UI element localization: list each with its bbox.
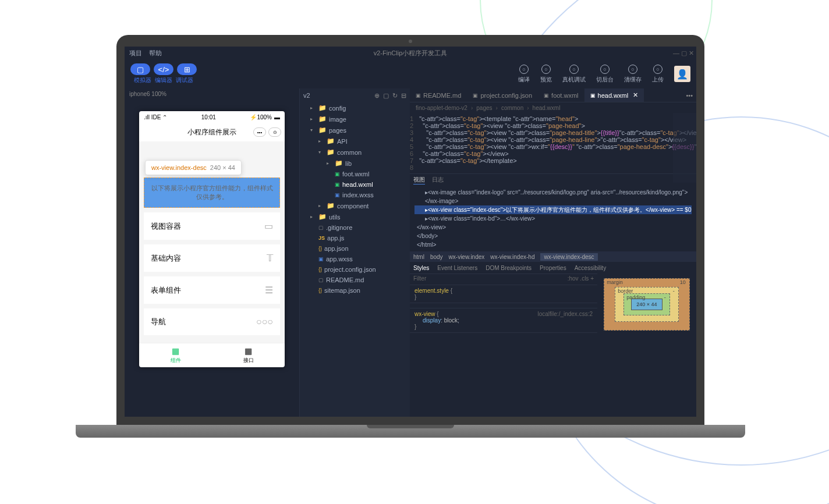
- project-root[interactable]: v2: [303, 92, 310, 99]
- code-editor[interactable]: 12345678 "c-attr">class="c-tag"><templat…: [410, 113, 696, 173]
- tree-node-app.wxss[interactable]: ▣app.wxss: [300, 254, 410, 264]
- css-rule[interactable]: </span><span class="sel">.index-desc</sp…: [410, 303, 597, 308]
- app-window: 项目 帮助 v2-FinClip小程序开发工具 — ▢ ✕ ▢</>⊞ 模拟器编…: [125, 47, 696, 417]
- toolbar: ▢</>⊞ 模拟器编辑器调试器 ○编译○预览○真机调试○切后台○清缓存○上传👤: [125, 59, 696, 88]
- tree-node-config[interactable]: ▸📁config: [300, 102, 410, 113]
- window-title: v2-FinClip小程序开发工具: [374, 49, 448, 58]
- styles-tab-Styles[interactable]: Styles: [413, 265, 429, 271]
- menu-project[interactable]: 项目: [129, 49, 142, 58]
- tree-node-.gitignore[interactable]: ▢.gitignore: [300, 222, 410, 233]
- file-explorer: v2 ⊕ ▢ ↻ ⊟ ▸📁config▸📁image▾📁pages▸📁API▾📁…: [299, 88, 410, 417]
- breadcrumb: fino-applet-demo-v2›pages›common›head.wx…: [410, 102, 696, 113]
- devtools-panel: 视图 日志 ▸<wx-image class="index-logo" src=…: [410, 173, 696, 417]
- action-真机调试[interactable]: ○真机调试: [562, 65, 586, 84]
- css-rule[interactable]: element.style {}: [410, 285, 597, 303]
- tree-node-utils[interactable]: ▸📁utils: [300, 211, 410, 222]
- list-item[interactable]: 基础内容𝕋: [144, 244, 280, 272]
- phone-battery: ⚡100%▬: [250, 114, 280, 120]
- mode-调试器[interactable]: ⊞: [177, 63, 197, 75]
- action-编译[interactable]: ○编译: [518, 65, 530, 84]
- tree-node-component[interactable]: ▸📁component: [300, 200, 410, 211]
- action-切后台[interactable]: ○切后台: [596, 65, 614, 84]
- tree-node-app.json[interactable]: {}app.json: [300, 243, 410, 254]
- phone-carrier: .ıll IDE ⌃: [144, 114, 167, 120]
- menu-help[interactable]: 帮助: [149, 49, 162, 58]
- phone-time: 10:01: [201, 114, 216, 120]
- tree-node-project.config.json[interactable]: {}project.config.json: [300, 264, 410, 275]
- tree-node-pages[interactable]: ▾📁pages: [300, 125, 410, 136]
- tree-node-lib[interactable]: ▸📁lib: [300, 158, 410, 169]
- styles-tab-Properties[interactable]: Properties: [540, 265, 566, 271]
- mode-编辑器[interactable]: </>: [154, 63, 173, 75]
- close-icon[interactable]: ✕: [633, 91, 638, 99]
- list-item[interactable]: 导航○○○: [144, 308, 280, 335]
- highlighted-element[interactable]: 以下将展示小程序官方组件能力，组件样式仅供参考。: [144, 178, 280, 208]
- editor-tab-project.config.json[interactable]: ▣project.config.json: [467, 88, 538, 102]
- phone-menu-icon[interactable]: •••: [253, 127, 266, 137]
- devtools-tab-view[interactable]: 视图: [413, 176, 425, 184]
- tree-node-image[interactable]: ▸📁image: [300, 113, 410, 125]
- tree-node-index.wxss[interactable]: ▣index.wxss: [300, 190, 410, 200]
- minimap[interactable]: [673, 113, 696, 183]
- list-item[interactable]: 表单组件☰: [144, 276, 280, 304]
- editor-tab-README.md[interactable]: ▣README.md: [410, 88, 467, 102]
- tree-node-sitemap.json[interactable]: {}sitemap.json: [300, 285, 410, 296]
- mode-模拟器[interactable]: ▢: [130, 63, 150, 75]
- box-model-content: 240 × 44: [631, 299, 662, 310]
- styles-tab-Event Listeners[interactable]: Event Listeners: [437, 265, 477, 271]
- menubar: 项目 帮助 v2-FinClip小程序开发工具 — ▢ ✕: [125, 47, 696, 59]
- tabs-overflow-icon[interactable]: •••: [682, 92, 696, 99]
- phone-tab-接口[interactable]: ▦接口: [212, 343, 285, 367]
- tree-node-README.md[interactable]: ▢README.md: [300, 275, 410, 285]
- editor-tab-head.wxml[interactable]: ▣head.wxml✕: [584, 88, 644, 102]
- styles-filter-controls[interactable]: :hov .cls +: [568, 275, 594, 283]
- action-上传[interactable]: ○上传: [652, 65, 664, 84]
- simulator-device-info: iphone6 100%: [125, 88, 299, 100]
- laptop-frame: 项目 帮助 v2-FinClip小程序开发工具 — ▢ ✕ ▢</>⊞ 模拟器编…: [105, 35, 716, 454]
- devtools-tab-log[interactable]: 日志: [432, 176, 444, 184]
- tree-node-app.js[interactable]: JSapp.js: [300, 233, 410, 243]
- tree-node-API[interactable]: ▸📁API: [300, 136, 410, 147]
- editor-area: ▣README.md▣project.config.json▣foot.wxml…: [410, 88, 696, 417]
- new-folder-icon[interactable]: ▢: [383, 92, 389, 100]
- list-item[interactable]: 视图容器▭: [144, 212, 280, 240]
- phone-tab-组件[interactable]: ▦组件: [139, 343, 212, 367]
- styles-tab-DOM Breakpoints[interactable]: DOM Breakpoints: [486, 265, 532, 271]
- phone-preview: .ıll IDE ⌃ 10:01 ⚡100%▬ 小程序组件展示 ••• ⊙: [139, 111, 285, 367]
- tree-node-head.wxml[interactable]: ▣head.wxml: [300, 179, 410, 190]
- user-avatar[interactable]: 👤: [674, 66, 690, 82]
- styles-tab-Accessibility[interactable]: Accessibility: [575, 265, 606, 271]
- dom-inspector[interactable]: ▸<wx-image class="index-logo" src="../re…: [410, 186, 696, 251]
- phone-nav-title: 小程序组件展示: [187, 127, 236, 137]
- window-controls[interactable]: — ▢ ✕: [673, 49, 694, 57]
- css-rule[interactable]: localfile:/_index.css:2wx-view {display:…: [410, 308, 597, 333]
- collapse-icon[interactable]: ⊟: [401, 92, 406, 100]
- new-file-icon[interactable]: ⊕: [374, 92, 380, 100]
- simulator-panel: iphone6 100% .ıll IDE ⌃ 10:01 ⚡100%▬ 小程序…: [125, 88, 299, 417]
- refresh-icon[interactable]: ↻: [392, 92, 398, 100]
- styles-filter-input[interactable]: Filter: [413, 275, 426, 283]
- inspector-tooltip: wx-view.index-desc240 × 44: [145, 160, 242, 175]
- editor-tab-foot.wxml[interactable]: ▣foot.wxml: [538, 88, 584, 102]
- action-清缓存[interactable]: ○清缓存: [624, 65, 642, 84]
- action-预览[interactable]: ○预览: [540, 65, 552, 84]
- dom-breadcrumb[interactable]: htmlbodywx-view.indexwx-view.index-hdwx-…: [410, 251, 696, 262]
- tree-node-common[interactable]: ▾📁common: [300, 147, 410, 158]
- tree-node-foot.wxml[interactable]: ▣foot.wxml: [300, 169, 410, 179]
- box-model: margin 10 border - padding - 240 × 4: [597, 274, 696, 417]
- phone-close-icon[interactable]: ⊙: [268, 127, 281, 137]
- styles-panel[interactable]: Filter :hov .cls + element.style {}</spa…: [410, 274, 597, 417]
